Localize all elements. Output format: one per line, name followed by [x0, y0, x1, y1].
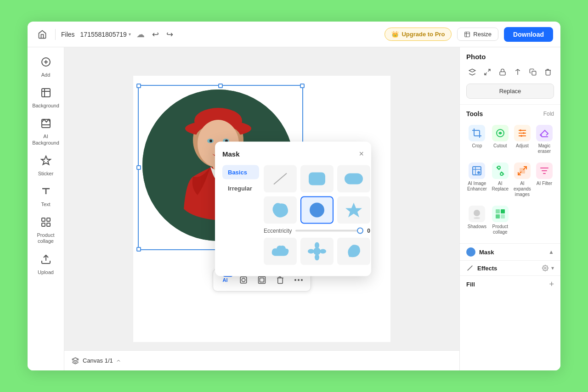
tool-ai-replace[interactable]: AI Replace — [491, 160, 510, 200]
tool-product-collage[interactable]: Product collage — [491, 203, 510, 238]
tool-shadows[interactable]: Shadows — [466, 203, 488, 238]
mask-shape-pill[interactable] — [337, 165, 370, 193]
replace-button[interactable]: Replace — [466, 84, 554, 99]
sidebar-item-product-collage[interactable]: Product collage — [30, 213, 62, 248]
upgrade-button[interactable]: 👑 Upgrade to Pro — [384, 28, 452, 41]
tool-label-shadows: Shadows — [468, 224, 486, 230]
svg-line-46 — [485, 73, 487, 75]
svg-point-63 — [474, 210, 480, 216]
files-link[interactable]: Files — [61, 31, 75, 38]
mask-shape-blob[interactable] — [264, 196, 297, 224]
svg-point-57 — [477, 171, 480, 174]
tools-title: Tools — [466, 110, 483, 118]
svg-rect-29 — [260, 278, 264, 282]
download-button[interactable]: Download — [504, 27, 553, 42]
redo-button[interactable]: ↪ — [164, 28, 175, 41]
flip-button[interactable] — [511, 65, 524, 79]
layers-icon-group — [72, 357, 79, 364]
tool-magic-eraser[interactable]: Magic eraser — [535, 122, 554, 157]
sidebar-item-background[interactable]: Background — [30, 84, 62, 112]
sidebar-label-product-collage: Product collage — [33, 232, 59, 244]
layers-button[interactable] — [466, 65, 479, 79]
effects-chevron-icon: ▾ — [551, 265, 554, 271]
smart-resize-button[interactable] — [481, 65, 494, 79]
svg-rect-34 — [309, 173, 325, 185]
svg-point-42 — [320, 249, 326, 254]
mask-popup-title: Mask — [222, 150, 240, 158]
svg-rect-14 — [47, 223, 50, 226]
handle-bl[interactable] — [136, 247, 141, 252]
eccentricity-slider[interactable] — [295, 230, 363, 232]
tool-adjust[interactable]: Adjust — [513, 122, 532, 157]
tool-ai-image-enhancer[interactable]: AI Image Enhancer — [466, 160, 488, 200]
mask-shape-star[interactable] — [337, 196, 370, 224]
effects-icon — [466, 264, 474, 272]
svg-point-27 — [242, 278, 245, 282]
sidebar-item-text[interactable]: Text — [30, 182, 62, 211]
lock-button[interactable] — [497, 65, 509, 79]
mask-shape-leaf[interactable] — [337, 238, 370, 265]
svg-point-39 — [315, 242, 319, 249]
svg-rect-4 — [42, 89, 50, 97]
filename-selector[interactable]: 1715581805719 ▾ — [80, 31, 131, 38]
mask-category-irregular[interactable]: Irregular — [222, 181, 259, 196]
svg-point-64 — [474, 217, 480, 219]
sidebar-item-upload[interactable]: Upload — [30, 250, 62, 279]
svg-marker-37 — [345, 203, 362, 218]
mask-popup-header: Mask × — [222, 149, 364, 159]
tool-label-ai-filter: AI Filter — [537, 181, 552, 186]
sidebar-label-ai-background: AI Background — [32, 134, 59, 146]
canvas-selector[interactable]: Canvas 1/1 — [83, 357, 121, 364]
fold-button[interactable]: Fold — [543, 111, 554, 117]
effects-panel-item[interactable]: Effects ▾ — [460, 260, 560, 275]
handle-tl[interactable] — [136, 84, 141, 88]
sidebar-item-add[interactable]: Add — [30, 53, 62, 82]
effects-panel-label: Effects — [477, 265, 497, 272]
tool-crop[interactable]: Crop — [466, 122, 488, 157]
home-button[interactable] — [35, 27, 50, 42]
resize-button[interactable]: Resize — [457, 28, 498, 41]
filename-chevron-icon: ▾ — [129, 32, 131, 37]
fill-add-button[interactable]: + — [549, 280, 554, 289]
mask-shape-rounded-rect[interactable] — [300, 165, 334, 193]
undo-button[interactable]: ↩ — [150, 28, 161, 41]
fill-panel-label: Fill — [466, 281, 475, 288]
svg-point-30 — [294, 279, 296, 281]
photo-icon-row — [466, 65, 554, 79]
duplicate-button[interactable] — [526, 65, 539, 79]
tools-section: Tools Fold Crop — [460, 105, 560, 243]
resize-icon — [464, 31, 470, 38]
svg-point-59 — [500, 173, 503, 175]
tool-cutout[interactable]: Cutout — [491, 122, 510, 157]
handle-ml[interactable] — [136, 165, 141, 170]
mask-category-basics[interactable]: Basics — [222, 165, 259, 179]
mask-close-button[interactable]: × — [359, 149, 364, 159]
photo-title: Photo — [466, 53, 554, 61]
eccentricity-thumb — [357, 228, 363, 234]
canvas-bg: AI NEW — [133, 76, 390, 342]
mask-shape-circle[interactable] — [300, 196, 334, 224]
sidebar-label-add: Add — [41, 72, 51, 78]
sidebar-label-background: Background — [32, 103, 59, 109]
tool-label-magic-eraser: Magic eraser — [536, 143, 553, 154]
handle-tr[interactable] — [300, 84, 305, 88]
mask-shape-cloud[interactable] — [264, 238, 297, 265]
cloud-save-icon[interactable]: ☁ — [136, 29, 145, 39]
sidebar-item-ai-background[interactable]: AI Background — [30, 114, 62, 149]
handle-tc[interactable] — [218, 84, 223, 88]
effects-settings-icon[interactable] — [542, 265, 548, 271]
mask-categories: Basics Irregular — [222, 165, 259, 269]
sidebar-label-sticker: Sticker — [38, 171, 54, 177]
tool-ai-expands-images[interactable]: AI expands images — [513, 160, 532, 200]
tool-ai-filter[interactable]: AI Filter — [535, 160, 554, 200]
mask-panel-item[interactable]: Mask ▲ — [460, 243, 560, 260]
delete-panel-button[interactable] — [542, 65, 554, 79]
mask-shapes-row-2 — [264, 196, 370, 224]
svg-point-40 — [315, 254, 319, 261]
mask-popup-body: Basics Irregular — [222, 165, 364, 269]
mask-shape-flower[interactable] — [300, 238, 334, 265]
sidebar-item-sticker[interactable]: Sticker — [30, 151, 62, 180]
tool-label-ai-image-enhancer: AI Image Enhancer — [467, 181, 487, 192]
svg-line-33 — [274, 174, 287, 185]
mask-shape-line[interactable] — [264, 165, 297, 193]
